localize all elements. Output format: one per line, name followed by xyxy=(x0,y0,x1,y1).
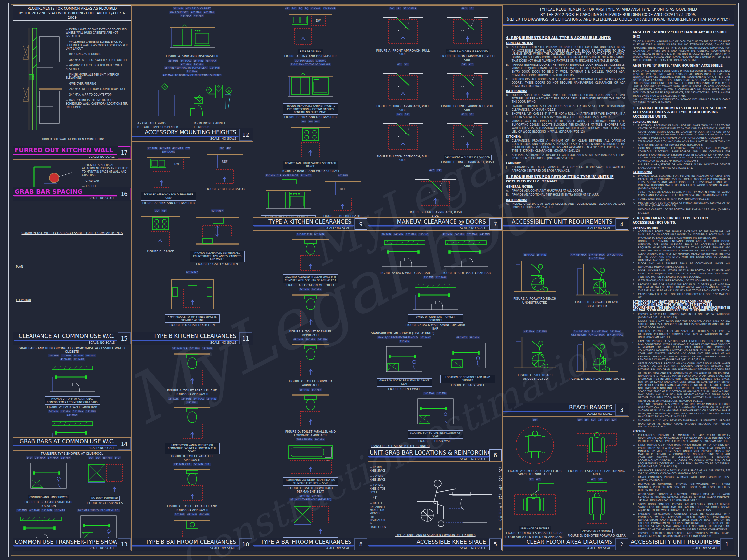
figure-caption: FIGURE A: CLEARANCES xyxy=(86,501,123,505)
figure-caption: FIGURE A: TOILET PARALLEL AND FORWARD AP… xyxy=(162,389,222,396)
dimension-label: 60" MIN xyxy=(299,495,310,498)
header-line: REQUIREMENTS FOR COMMON AREAS AS REQUIRE… xyxy=(15,6,129,11)
panel-number: 2 xyxy=(616,539,628,550)
figure-note: BLOCKING FOR FUTURE INSTALLATION OF SEAT xyxy=(408,430,463,439)
notes-item: A.ACCESSIBLE ROUTE: THE PRIMARY ENTRANCE… xyxy=(506,45,625,62)
dimension-label: 24" xyxy=(436,169,442,172)
callout-text: 17" MIN. KNEE & TOE SPACE xyxy=(369,484,386,494)
figure-glyph-wheelchair-side xyxy=(511,257,559,296)
panel-scale-note: SCALE: NO SCALE xyxy=(503,226,615,231)
panel-number: 13 xyxy=(118,539,130,550)
figure: 48" MAX15" MINFIGURE A: FORWARD REACH UN… xyxy=(505,253,565,308)
callout-text: EXTRA LAYER OF GWB EXTENDS TO CEILING WH… xyxy=(66,28,130,38)
panel-content: TRANSFER-TYPE SHOWER AT CLUB/POOL1'-6"24… xyxy=(13,451,131,538)
panel-content: 60"18"32" CLEARFIGURE A: FRONT APPROACH,… xyxy=(368,5,502,217)
panel-title-bar: MANEUV. CLEARANCE @ DOORSSCALE: NO SCALE… xyxy=(368,217,502,231)
figure-dimensions: 36" MIN24" MIN12" MAX33"-36" xyxy=(380,232,429,236)
notes-item: N.CLEARANCES: PROVIDE A MINIMUM OF 40" C… xyxy=(633,434,730,443)
detail-glyph-wall-section xyxy=(15,26,63,134)
dimension-label: 36" MAX xyxy=(423,392,435,395)
dimension-label: 33" MIN xyxy=(436,392,447,395)
dimension-label: 48" xyxy=(591,478,596,481)
figure-dimensions: 48"30"WS xyxy=(300,120,320,124)
figure-dimensions: A = 48" MAXB = 46" MAXA = 20" MAXB = 25"… xyxy=(568,253,626,260)
panel-content: 48" MAX15" MINFIGURE A: FORWARD REACH UN… xyxy=(503,231,629,403)
panel-scale-note: SCALE: NO SCALE xyxy=(253,546,354,551)
panel-number: 11 xyxy=(239,333,252,344)
panel-content: 16"-18" CLR60" MINLAVATORY ALLOWED IN CL… xyxy=(253,231,368,538)
figure-glyph-wheelchair-top-forward xyxy=(572,481,621,528)
figure-caption: FIGURE C: TOILET FORWARD APPROACH xyxy=(280,380,340,387)
notes-paragraph: * ALL UNITS TO HAVE IDENTIFICATION SIGNA… xyxy=(633,98,730,104)
panel-scale-note: SCALE: NO SCALE xyxy=(368,457,489,461)
dimension-label: 15" MIN xyxy=(536,254,547,256)
panel-title: ACCESSORY MOUNTING HEIGHTS xyxy=(132,128,239,136)
figure-subheader: PLAN xyxy=(16,265,128,268)
panel-furred-out-kitchen-wall: EXTRA LAYER OF GWB EXTENDS TO CEILING WH… xyxy=(13,21,131,159)
figure-note: * WHERE A CLOSER IS PROVIDED xyxy=(446,49,489,54)
header-line: BY THE 2012 NC STATEWIDE BUILDING CODE A… xyxy=(15,11,129,20)
figure-dimensions: 36" MINMAX 24" D. CABINETWALL SURFACE48"… xyxy=(163,7,222,18)
svg-text:REF: REF xyxy=(222,160,228,163)
panel-clearance-at-common-use-w-c-: COMMON USE WHEELCHAIR ACCESSIBLE TOILET … xyxy=(13,201,131,345)
detail-layout: PROVIDE SPACERS AT ATTACHMENT POINTS AS … xyxy=(15,161,130,187)
panel-number: 5 xyxy=(489,539,501,550)
figure-glyph-plan-toilet xyxy=(173,404,212,442)
panel-scale-note: SCALE: NO SCALE xyxy=(132,546,239,551)
dimension-label: 36" MIN xyxy=(173,7,184,10)
panel-number: 14 xyxy=(118,438,130,450)
figure: 48"30"WSREMOTE FAN / LIGHT SWITCH, SEE R… xyxy=(281,120,340,174)
figure-glyph-plan-toilet xyxy=(291,342,330,379)
detail-caption: FURRED OUT WALL AT KITCHEN COUNTERTOP xyxy=(15,138,130,141)
figure-subheader: TRANSFER TYPE SHOWER (TYPE 'B' UNITS) xyxy=(371,444,499,448)
panel-number: 3 xyxy=(616,404,628,416)
panel-scale-note: SCALE: NO SCALE xyxy=(503,411,615,416)
figure-caption: FIGURE E: GALLEY KITCHEN xyxy=(196,263,238,266)
notes-item: L.TUB UNIT: PROVIDE A SHOWER SPRAY UNIT … xyxy=(633,403,730,418)
dimension-label: 24" MIN xyxy=(73,354,84,357)
common-areas-header: REQUIREMENTS FOR COMMON AREAS AS REQUIRE… xyxy=(13,5,131,21)
figure: 24" MIN. CLR.24" MIN. CLR.FIGURE C: TOIL… xyxy=(162,462,222,512)
figure-note: PROVIDE CLEARANCES BETWEEN ALL COUNTERTO… xyxy=(190,250,245,262)
figure: 36" MIN42" MAX48" MAXDWDW DOORDWFORWARD … xyxy=(139,146,198,205)
figure-dimensions: 42"*24" xyxy=(428,168,443,172)
notes-subheading: GENERAL NOTES: xyxy=(506,185,625,188)
figure: 30" MIN. CLR. KNEE SPACE34" MAXFRONT CON… xyxy=(258,174,318,217)
dimension-label: 48" MAX xyxy=(190,11,202,14)
figure-note: NO DOOR PERMITTED xyxy=(90,496,120,501)
panel-number: 17 xyxy=(118,146,130,158)
figure-subheader: STANDARD ROLL-IN SHOWER (TYPE 'A' UNITS) xyxy=(371,332,499,335)
callout-text: 6" MIN. TOE SPACE xyxy=(499,524,502,531)
header-line: (REFER TO DRAWINGS, SPECIFICATIONS, AND … xyxy=(505,17,732,22)
detail-glyph-grab-bar-section xyxy=(15,161,79,187)
dimension-label: 18" MIN xyxy=(209,66,221,69)
dimension-label: 33" MIN xyxy=(399,340,410,343)
figure-caption: FIGURE D: DENOTES FORWARD CLEAR FLOOR AR… xyxy=(567,534,627,538)
notes-item: H.MIRROR: LOCATE BOTTOM EDGE OF MIRROR R… xyxy=(633,201,730,207)
callout-text: T.O. TILE xyxy=(82,185,130,187)
dimension-label: 48" MAX xyxy=(205,59,216,62)
notes-item: D.DOOR LOCKING SHALL EITHER BE BY PUSH B… xyxy=(633,269,730,278)
panel-title: ACCESSIBILITY UNIT REQUIREMENTS xyxy=(629,538,720,546)
panel-number: 9 xyxy=(355,218,367,230)
dimension-label: 1/2" MAX. THRESHOLD (BEVELED) xyxy=(289,498,332,501)
dimension-label: 15" MIN / 19" MAX TO TOP OF SEAT xyxy=(164,66,208,69)
dimension-label: DW xyxy=(185,147,190,150)
figure: 30" MIN CLEARC BOWL2'-10" MAX TO TOP OF … xyxy=(281,59,340,119)
dimension-label: 36" MIN xyxy=(147,147,158,150)
notes-item: H.CLEARANCES: PROVIDE A MINIMUM OF 40" C… xyxy=(506,139,625,153)
dimension-label: A = 10" MAX xyxy=(588,334,605,337)
dimension-label: 36" xyxy=(604,418,610,421)
dimension-label: 48" MAX xyxy=(523,254,535,256)
figure-caption: FIGURE B: FORWARD REACH OBSTRUCTED xyxy=(567,301,627,308)
svg-text:E: E xyxy=(228,89,230,92)
notes-item: G.PROVIDE WALL BLOCKING FOR FUTURE INSTA… xyxy=(506,119,625,133)
figure-glyph-galley-kitchen xyxy=(193,213,241,250)
dimension-label: 36" MIN xyxy=(168,59,179,62)
panel-title: MANEUV. CLEARANCE @ DOORS xyxy=(368,218,489,226)
panel-number: 8 xyxy=(355,539,367,550)
figure: 15" CLR.15" MIN24" MAX56" MIN48" MIN.LAV… xyxy=(162,397,222,462)
dimension-label: 34" MAX xyxy=(610,330,621,333)
notes-heading: 1. GENERAL REQUIREMENTS FOR ALL TYPE 'A'… xyxy=(633,106,730,118)
figure-dimensions: 48"30" xyxy=(590,477,604,481)
